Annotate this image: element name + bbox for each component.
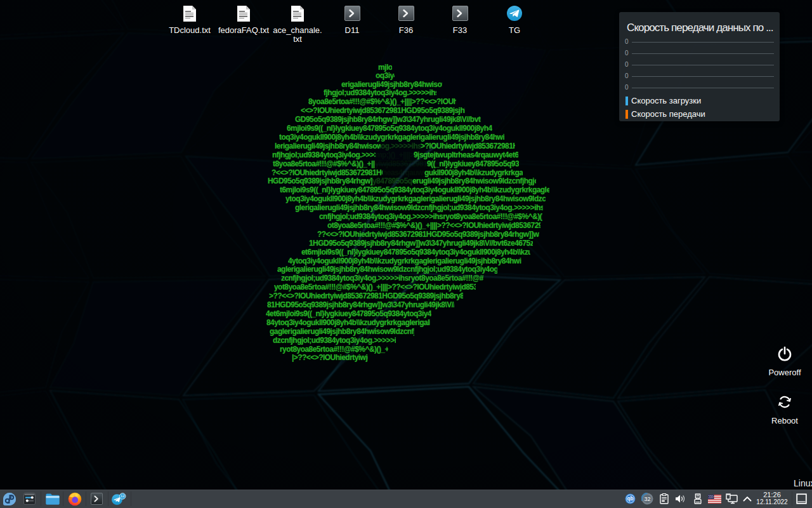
svg-text:32: 32 [644,496,650,502]
svg-text:12: 12 [121,494,124,498]
svg-text:qb: qb [627,496,633,502]
